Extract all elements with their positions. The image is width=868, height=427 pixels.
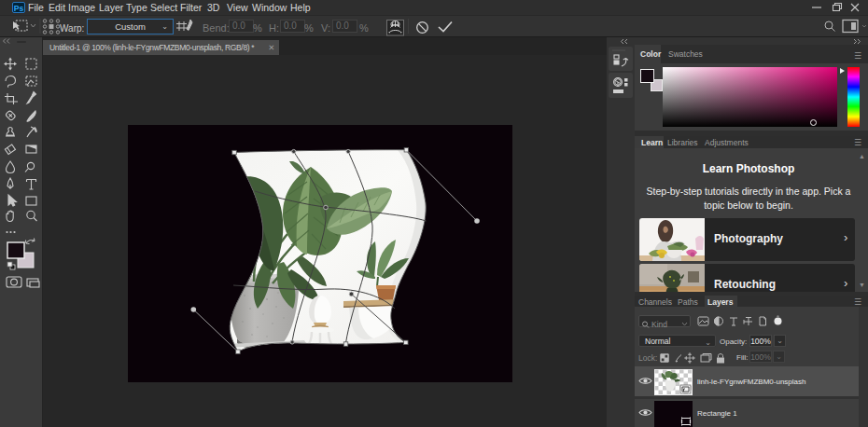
svg-text:Kind: Kind xyxy=(651,320,667,329)
